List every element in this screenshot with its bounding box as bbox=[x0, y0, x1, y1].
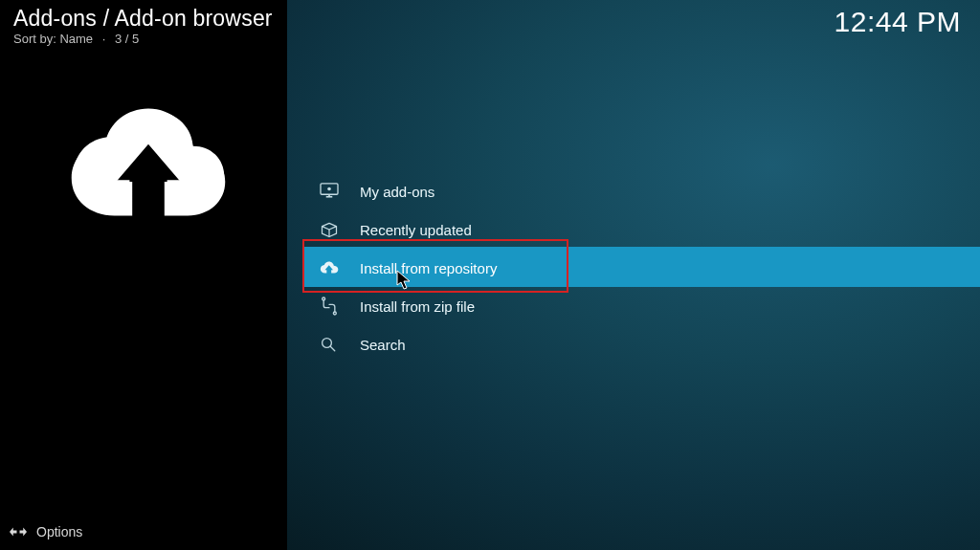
header-subline: Sort by: Name · 3 / 5 bbox=[13, 32, 273, 46]
menu-item-install-from-repository[interactable]: Install from repository bbox=[320, 249, 980, 287]
sort-by-label: Sort by: bbox=[13, 32, 56, 46]
svg-point-5 bbox=[333, 312, 336, 315]
separator-dot: · bbox=[102, 32, 106, 46]
menu-item-label: Install from zip file bbox=[360, 298, 475, 315]
list-position: 3 / 5 bbox=[115, 32, 139, 46]
svg-point-4 bbox=[323, 297, 325, 300]
menu-item-install-from-zip[interactable]: Install from zip file bbox=[320, 287, 980, 325]
menu-item-recently-updated[interactable]: Recently updated bbox=[320, 210, 980, 249]
search-icon bbox=[320, 336, 360, 353]
box-open-icon bbox=[320, 220, 360, 239]
menu-item-label: Search bbox=[360, 337, 406, 353]
svg-point-1 bbox=[327, 187, 331, 191]
svg-line-7 bbox=[330, 346, 335, 351]
menu-item-label: Recently updated bbox=[360, 222, 472, 238]
sort-by-value: Name bbox=[59, 32, 93, 46]
menu-item-label: My add-ons bbox=[360, 184, 434, 200]
menu-item-label: Install from repository bbox=[360, 260, 497, 276]
options-button[interactable]: Options bbox=[10, 523, 82, 540]
options-icon bbox=[10, 523, 36, 540]
svg-rect-3 bbox=[328, 194, 330, 196]
header: Add-ons / Add-on browser Sort by: Name ·… bbox=[13, 6, 273, 46]
clock: 12:44 PM bbox=[835, 6, 961, 38]
options-label: Options bbox=[36, 524, 82, 539]
cloud-download-icon bbox=[67, 101, 230, 235]
menu-item-my-addons[interactable]: My add-ons bbox=[320, 172, 980, 210]
menu-item-search[interactable]: Search bbox=[320, 325, 980, 363]
pipes-icon bbox=[320, 297, 360, 316]
cloud-download-icon bbox=[320, 259, 360, 276]
left-panel bbox=[0, 0, 287, 550]
screen-icon bbox=[320, 183, 360, 200]
menu-list: My add-ons Recently updated Install from… bbox=[320, 172, 980, 363]
breadcrumb: Add-ons / Add-on browser bbox=[13, 6, 273, 32]
